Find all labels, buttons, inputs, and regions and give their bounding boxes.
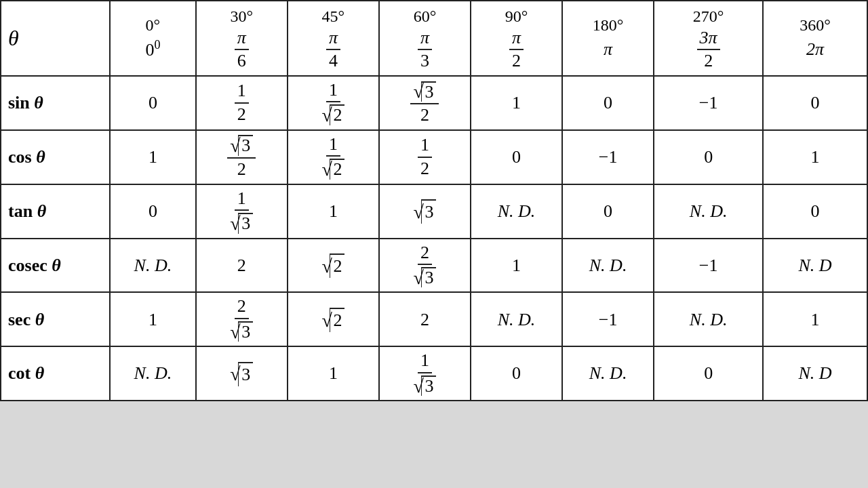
cos-row: cos θ 1 √ 3 2 1 [1,130,867,184]
cosec-90: 1 [471,239,562,293]
sec-360: 1 [763,292,867,346]
trig-table: θ 0°00 30° π 6 45° π 4 [0,0,868,401]
sec-0: 1 [110,292,196,346]
header-row: θ 0°00 30° π 6 45° π 4 [1,1,867,76]
header-180deg: 180° π [562,1,654,76]
cot-row: cot θ N. D. √ 3 1 1 √ 3 [1,346,867,401]
cosec-270: −1 [654,239,763,293]
cot-90: 0 [471,346,562,401]
cosec-360: N. D [763,239,867,293]
sin-180: 0 [562,76,654,130]
sin-label: sin θ [1,76,110,130]
header-270deg: 270° 3π 2 [654,1,763,76]
sin-0: 0 [110,76,196,130]
tan-270: N. D. [654,184,763,239]
sec-60: 2 [379,292,471,346]
sin-30: 1 2 [196,76,288,130]
cosec-label: cosec θ [1,239,110,293]
sin-360: 0 [763,76,867,130]
cos-180: −1 [562,130,654,184]
sin-row: sin θ 0 1 2 1 √ 2 [1,76,867,130]
sec-90: N. D. [471,292,562,346]
cot-180: N. D. [562,346,654,401]
cot-label: cot θ [1,346,110,401]
cosec-row: cosec θ N. D. 2 √ 2 2 √ 3 [1,239,867,293]
header-30deg: 30° π 6 [196,1,288,76]
tan-90: N. D. [471,184,562,239]
sin-45: 1 √ 2 [288,76,379,130]
tan-0: 0 [110,184,196,239]
sin-60: √ 3 2 [379,76,471,130]
cos-60: 1 2 [379,130,471,184]
cot-30: √ 3 [196,346,288,401]
header-theta: θ [1,1,110,76]
cos-30: √ 3 2 [196,130,288,184]
sec-30: 2 √ 3 [196,292,288,346]
header-360deg: 360° 2π [763,1,867,76]
cos-0: 1 [110,130,196,184]
tan-360: 0 [763,184,867,239]
tan-30: 1 √ 3 [196,184,288,239]
cos-90: 0 [471,130,562,184]
cot-0: N. D. [110,346,196,401]
cos-label: cos θ [1,130,110,184]
tan-row: tan θ 0 1 √ 3 1 √ 3 [1,184,867,239]
cot-60: 1 √ 3 [379,346,471,401]
cosec-0: N. D. [110,239,196,293]
sin-90: 1 [471,76,562,130]
header-60deg: 60° π 3 [379,1,471,76]
sec-270: N. D. [654,292,763,346]
sin-270: −1 [654,76,763,130]
cot-45: 1 [288,346,379,401]
sec-45: √ 2 [288,292,379,346]
tan-60: √ 3 [379,184,471,239]
bottom-bar [0,401,868,488]
header-0deg: 0°00 [110,1,196,76]
cosec-30: 2 [196,239,288,293]
cos-45: 1 √ 2 [288,130,379,184]
tan-180: 0 [562,184,654,239]
header-90deg: 90° π 2 [471,1,562,76]
cot-270: 0 [654,346,763,401]
sec-row: sec θ 1 2 √ 3 √ 2 [1,292,867,346]
cosec-180: N. D. [562,239,654,293]
cos-270: 0 [654,130,763,184]
tan-45: 1 [288,184,379,239]
cot-360: N. D [763,346,867,401]
cos-360: 1 [763,130,867,184]
cosec-60: 2 √ 3 [379,239,471,293]
cosec-45: √ 2 [288,239,379,293]
trig-table-wrapper: θ 0°00 30° π 6 45° π 4 [0,0,868,401]
tan-label: tan θ [1,184,110,239]
header-45deg: 45° π 4 [288,1,379,76]
sec-label: sec θ [1,292,110,346]
sec-180: −1 [562,292,654,346]
